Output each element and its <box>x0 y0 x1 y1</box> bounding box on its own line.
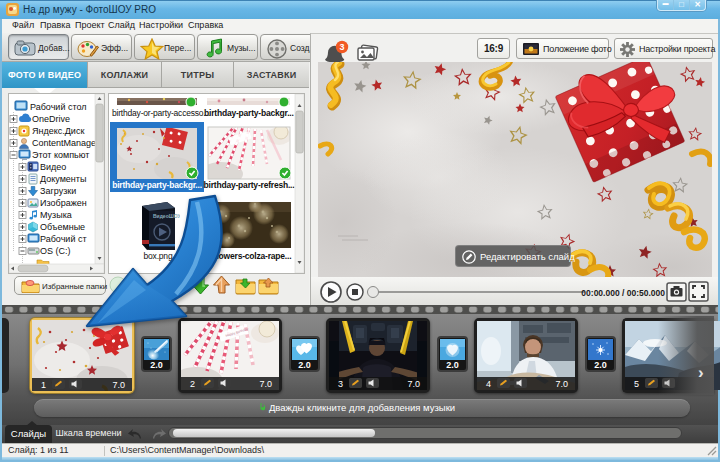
svg-text:birthday-or-party-accesso...: birthday-or-party-accesso... <box>112 108 210 118</box>
svg-text:birthday-party-backgr...: birthday-party-backgr... <box>204 108 294 118</box>
svg-text:ContentManage: ContentManage <box>32 138 96 148</box>
svg-text:Яндекс.Диск: Яндекс.Диск <box>32 126 84 136</box>
svg-text:3: 3 <box>339 42 344 52</box>
svg-text:Видео: Видео <box>40 162 66 172</box>
svg-text:Рабочий стол: Рабочий стол <box>30 102 87 112</box>
svg-text:Этот компьют: Этот компьют <box>32 150 89 160</box>
svg-text:OneDrive: OneDrive <box>32 114 70 124</box>
